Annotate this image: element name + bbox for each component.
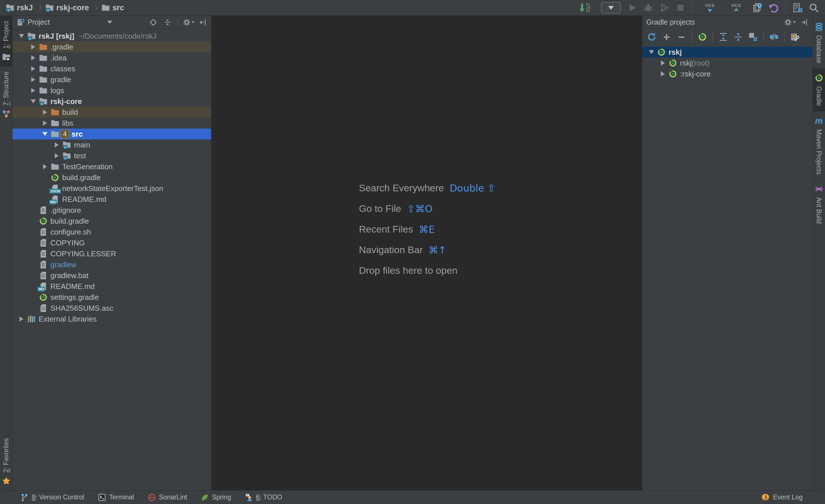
tree-collapsed-chevron-icon[interactable]: [27, 41, 39, 53]
tool-window-tab-favorites[interactable]: 2: Favorites: [0, 433, 12, 490]
toggle-sources-button[interactable]: [767, 30, 780, 44]
detach-gradle-project-button[interactable]: −: [675, 30, 688, 44]
collapse-all-button[interactable]: [164, 18, 171, 26]
tree-item-label: logs: [51, 86, 64, 95]
tree-item-build[interactable]: build: [13, 107, 211, 118]
tree-item-rskj-rskj-[interactable]: rskJ [rskj]~/Documents/code/rskJ: [13, 31, 211, 41]
tree-item-src[interactable]: 4src: [13, 129, 211, 140]
tree-item-gradlew.bat[interactable]: gradlew.bat: [13, 270, 211, 281]
tree-item-copying.lesser[interactable]: COPYING.LESSER: [13, 248, 211, 259]
status-bar-item-6-todo[interactable]: 6: TODO: [245, 493, 282, 501]
status-bar-item-spring[interactable]: Spring: [201, 493, 231, 501]
editor-drop-area[interactable]: Search Everywhere Double ⇧ Go to File ⇧⌘…: [211, 16, 642, 490]
tree-item-.idea[interactable]: .idea: [13, 53, 211, 63]
tree-item-testgeneration[interactable]: TestGeneration: [13, 161, 211, 172]
tree-expanded-chevron-icon[interactable]: [27, 96, 39, 107]
tool-window-tab-maven-projects[interactable]: mMaven Projects: [813, 111, 825, 180]
gradle-settings-button[interactable]: [788, 30, 802, 44]
locate-button[interactable]: [149, 18, 157, 26]
tree-item-networkstateexportertest.json[interactable]: JSONnetworkStateExporterTest.json: [13, 183, 211, 194]
gear-button[interactable]: [185, 18, 193, 26]
gradle-tree-item-rskj[interactable]: rskj (root): [642, 58, 812, 69]
project-structure-button[interactable]: [791, 1, 804, 14]
tree-item-external-libraries[interactable]: External Libraries: [13, 314, 211, 324]
tool-window-tab-ant-build[interactable]: Ant Build: [813, 180, 825, 229]
vcs-update-button[interactable]: VCS: [698, 1, 722, 14]
tree-item-build.gradle[interactable]: build.gradle: [13, 216, 211, 227]
tree-item-configure.sh[interactable]: configure.sh: [13, 227, 211, 237]
tree-item-classes[interactable]: classes: [13, 63, 211, 74]
main-toolbar-bar: rskJ rskj-core src 011001VCSVCS: [0, 0, 825, 16]
tree-item-readme.md[interactable]: MDREADME.md: [13, 194, 211, 205]
local-history-button[interactable]: [751, 1, 764, 14]
status-bar-item-sonarlint[interactable]: SonarLint: [148, 493, 187, 501]
expand-all-button[interactable]: [717, 30, 730, 44]
tree-item-logs[interactable]: logs: [13, 85, 211, 96]
tool-window-tab-gradle[interactable]: Gradle: [813, 69, 825, 111]
tree-item-settings.gradle[interactable]: settings.gradle: [13, 292, 211, 303]
vcs-commit-button[interactable]: VCS: [725, 1, 748, 14]
tree-item-test[interactable]: test: [13, 150, 211, 161]
update-application-button[interactable]: 011001: [573, 1, 596, 14]
tree-item-.gradle[interactable]: .gradle: [13, 41, 211, 53]
status-bar-item-event-log[interactable]: 1 Event Log: [762, 493, 803, 501]
project-panel-title[interactable]: Project: [27, 18, 50, 26]
run-configuration-selector[interactable]: [599, 1, 623, 14]
tool-window-tab-database[interactable]: Database: [813, 17, 825, 69]
view-selector-caret-icon[interactable]: [107, 21, 112, 24]
tree-expanded-chevron-icon[interactable]: [39, 129, 51, 140]
run-with-coverage-button[interactable]: [658, 1, 671, 14]
tree-collapsed-chevron-icon[interactable]: [657, 58, 669, 69]
text-file-icon: [39, 260, 48, 269]
breadcrumb-item[interactable]: src: [101, 3, 124, 12]
tree-collapsed-chevron-icon[interactable]: [27, 53, 39, 63]
attach-gradle-project-button[interactable]: +: [660, 30, 673, 44]
tree-item-libs[interactable]: libs: [13, 118, 211, 129]
search-everywhere-button[interactable]: [807, 1, 820, 14]
tree-expanded-chevron-icon[interactable]: [15, 31, 27, 41]
tool-window-tab-structure[interactable]: 7: Structure: [0, 67, 12, 123]
tree-item-main[interactable]: main: [13, 140, 211, 150]
group-modules-button[interactable]: [747, 30, 760, 44]
gradle-tree-item--rskj-core[interactable]: :rskj-core: [642, 69, 812, 79]
tree-item-label: .gitignore: [51, 206, 81, 215]
hide-right-button[interactable]: [800, 18, 808, 26]
tree-collapsed-chevron-icon[interactable]: [27, 74, 39, 85]
tree-item-gradle[interactable]: gradle: [13, 74, 211, 85]
stop-button[interactable]: [674, 1, 687, 14]
tree-collapsed-chevron-icon[interactable]: [657, 69, 669, 79]
gradle-tree-item-rskj[interactable]: rskj: [642, 47, 812, 58]
breadcrumb-item[interactable]: rskj-core: [45, 3, 89, 12]
tree-item-gradlew[interactable]: gradlew: [13, 259, 211, 270]
collapse-all-button[interactable]: [732, 30, 745, 44]
run-button[interactable]: [626, 1, 639, 14]
gradle-icon: [39, 217, 48, 225]
tree-collapsed-chevron-icon[interactable]: [51, 140, 63, 150]
tree-collapsed-chevron-icon[interactable]: [39, 118, 51, 129]
run-gradle-task-button[interactable]: [696, 30, 709, 44]
tree-item-.gitignore[interactable]: .gitignore: [13, 205, 211, 216]
tree-collapsed-chevron-icon[interactable]: [51, 150, 63, 161]
tree-collapsed-chevron-icon[interactable]: [39, 107, 51, 118]
tree-collapsed-chevron-icon[interactable]: [27, 85, 39, 96]
tree-item-readme.md[interactable]: MDREADME.md: [13, 281, 211, 292]
rollback-button[interactable]: [767, 1, 780, 14]
tree-item-build.gradle[interactable]: build.gradle: [13, 172, 211, 183]
tree-collapsed-chevron-icon[interactable]: [27, 63, 39, 74]
tree-expanded-chevron-icon[interactable]: [646, 47, 657, 58]
status-bar-item-terminal[interactable]: Terminal: [98, 493, 134, 501]
gear-button[interactable]: [786, 18, 794, 26]
tree-collapsed-chevron-icon[interactable]: [15, 314, 27, 324]
breadcrumb-item[interactable]: rskJ: [6, 3, 33, 12]
project-view-icon: [17, 18, 25, 26]
tree-collapsed-chevron-icon[interactable]: [39, 161, 51, 172]
tree-item-rskj-core[interactable]: rskj-core: [13, 96, 211, 107]
shortcut-hints: Search Everywhere Double ⇧ Go to File ⇧⌘…: [359, 182, 495, 277]
status-bar-item-9-version-control[interactable]: 9: Version Control: [21, 493, 84, 501]
refresh-gradle-button[interactable]: [645, 30, 658, 44]
hide-left-button[interactable]: [199, 18, 207, 26]
tree-item-sha256sums.asc[interactable]: SHA256SUMS.asc: [13, 303, 211, 314]
tree-item-copying[interactable]: COPYING: [13, 237, 211, 248]
debug-button[interactable]: [642, 1, 655, 14]
tool-window-tab-project[interactable]: 1: Project: [0, 16, 12, 67]
